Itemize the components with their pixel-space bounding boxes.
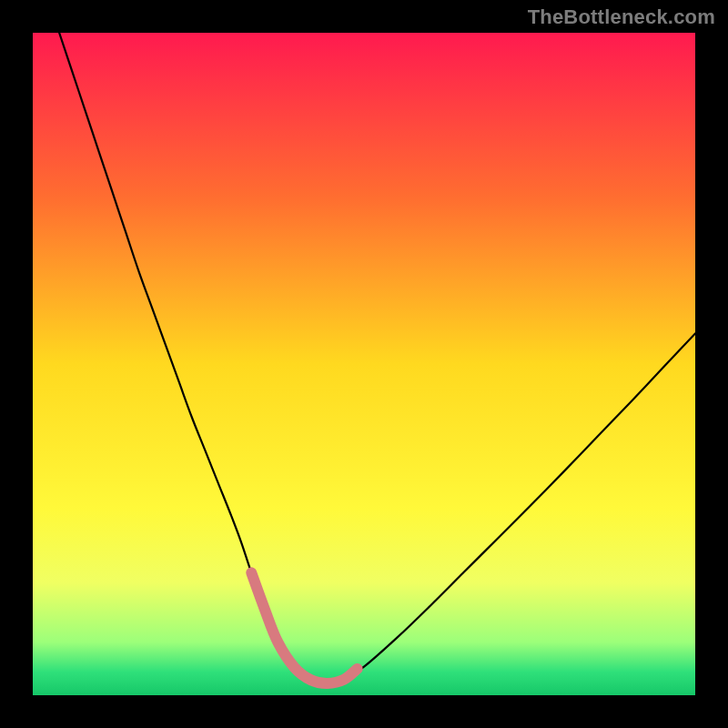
chart-frame: TheBottleneck.com [0,0,728,728]
watermark-label: TheBottleneck.com [528,5,715,29]
plot-area [33,33,695,695]
bottleneck-chart [33,33,695,695]
gradient-background [33,33,695,695]
